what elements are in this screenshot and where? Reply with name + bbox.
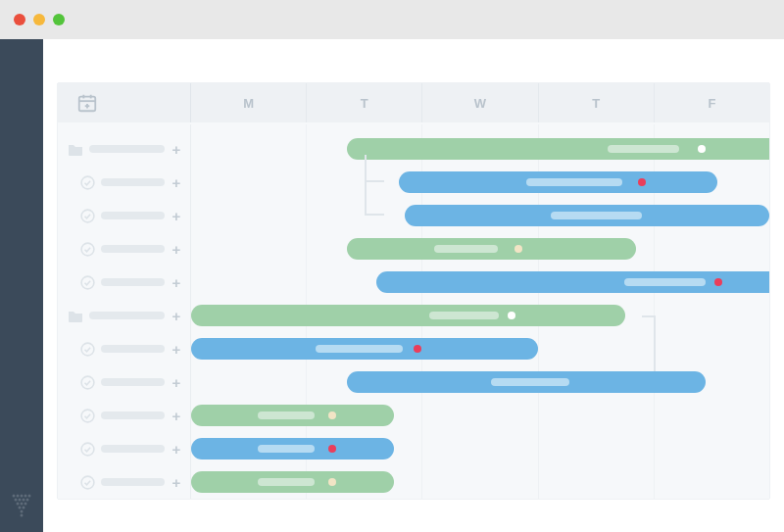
check-circle-icon xyxy=(79,174,95,190)
gantt-bar[interactable] xyxy=(191,338,538,360)
gantt-day-header: MTWTF xyxy=(191,83,769,122)
task-row[interactable]: + xyxy=(58,266,190,299)
task-row[interactable]: + xyxy=(58,332,190,365)
task-row[interactable]: + xyxy=(58,166,190,199)
gantt-bar-marker xyxy=(328,411,336,419)
gantt-bar-marker xyxy=(328,445,336,453)
task-name-placeholder xyxy=(101,178,165,186)
window-zoom-dot[interactable] xyxy=(53,14,65,25)
window-minimize-dot[interactable] xyxy=(33,14,45,25)
add-task-icon[interactable]: + xyxy=(171,474,182,491)
gantt-bar[interactable] xyxy=(399,171,717,193)
check-circle-icon xyxy=(79,441,95,457)
task-row[interactable]: + xyxy=(58,199,190,232)
task-name-placeholder xyxy=(89,312,165,319)
gantt-row xyxy=(191,399,769,432)
dependency-line xyxy=(365,155,384,216)
folder-icon xyxy=(68,141,83,157)
task-name-placeholder xyxy=(101,445,165,453)
day-column: T xyxy=(307,83,422,122)
gantt-bar-marker xyxy=(638,178,646,186)
svg-point-1 xyxy=(17,495,20,498)
task-list: +++++++++++ xyxy=(58,124,191,499)
svg-point-10 xyxy=(21,503,24,506)
day-column: F xyxy=(655,83,769,122)
svg-point-5 xyxy=(15,499,18,502)
task-name-placeholder xyxy=(101,212,165,219)
gantt-bar-progress xyxy=(526,178,621,186)
day-column: W xyxy=(422,83,538,122)
gantt-row xyxy=(191,432,769,465)
gantt-bar[interactable] xyxy=(191,405,394,426)
gantt-row xyxy=(191,232,769,266)
task-row[interactable]: + xyxy=(58,365,190,399)
check-circle-icon xyxy=(79,241,95,257)
add-task-icon[interactable]: + xyxy=(171,274,182,291)
content-pane: MTWTF +++++++++++ xyxy=(43,82,784,532)
day-column: M xyxy=(191,83,307,122)
check-circle-icon xyxy=(79,374,95,390)
gantt-bar[interactable] xyxy=(191,305,625,326)
task-row[interactable]: + xyxy=(58,432,190,465)
add-task-icon[interactable]: + xyxy=(171,208,182,224)
gantt-row xyxy=(191,332,769,365)
task-row[interactable]: + xyxy=(58,465,190,499)
filter-icon[interactable] xyxy=(9,493,34,518)
window-close-dot[interactable] xyxy=(14,14,25,25)
gantt-bar[interactable] xyxy=(347,238,636,260)
gantt-bar-progress xyxy=(608,145,679,153)
gantt-row xyxy=(191,299,769,332)
svg-point-6 xyxy=(19,499,22,502)
day-column: T xyxy=(539,83,655,122)
gantt-bar-marker xyxy=(508,312,515,319)
check-circle-icon xyxy=(79,208,95,223)
gantt-chart[interactable] xyxy=(191,124,769,499)
gantt-bar-marker xyxy=(714,278,722,286)
calendar-add-icon[interactable] xyxy=(58,92,117,114)
add-task-icon[interactable]: + xyxy=(171,141,182,158)
add-task-icon[interactable]: + xyxy=(171,241,182,258)
gantt-bar[interactable] xyxy=(347,138,769,160)
gantt-bar-marker xyxy=(414,345,421,353)
svg-point-0 xyxy=(13,495,16,498)
svg-point-13 xyxy=(23,507,25,509)
task-row[interactable]: + xyxy=(58,232,190,266)
gantt-bar[interactable] xyxy=(191,471,394,493)
task-row[interactable]: + xyxy=(58,399,190,432)
add-task-icon[interactable]: + xyxy=(171,308,182,324)
task-group-row[interactable]: + xyxy=(58,132,190,166)
add-task-icon[interactable]: + xyxy=(171,341,182,358)
gantt-row xyxy=(191,266,769,299)
gantt-header-left xyxy=(58,83,191,122)
check-circle-icon xyxy=(79,408,95,423)
gantt-bar[interactable] xyxy=(191,438,394,459)
browser-window: MTWTF +++++++++++ xyxy=(0,0,784,532)
svg-point-2 xyxy=(21,495,24,498)
svg-point-7 xyxy=(23,499,25,502)
gantt-body: +++++++++++ xyxy=(58,124,769,499)
gantt-bar-progress xyxy=(316,345,403,353)
main-area: MTWTF +++++++++++ xyxy=(43,39,784,532)
gantt-bar[interactable] xyxy=(405,205,769,226)
gantt-row xyxy=(191,199,769,232)
task-name-placeholder xyxy=(101,378,165,386)
add-task-icon[interactable]: + xyxy=(171,174,182,191)
svg-point-12 xyxy=(19,507,22,509)
add-task-icon[interactable]: + xyxy=(171,408,182,424)
svg-point-15 xyxy=(21,514,24,517)
gantt-header: MTWTF xyxy=(58,83,769,124)
task-group-row[interactable]: + xyxy=(58,299,190,332)
task-name-placeholder xyxy=(101,278,165,286)
gantt-panel: MTWTF +++++++++++ xyxy=(57,82,770,500)
add-task-icon[interactable]: + xyxy=(171,374,182,391)
gantt-bar-progress xyxy=(258,411,315,419)
gantt-row xyxy=(191,465,769,499)
task-name-placeholder xyxy=(101,478,165,486)
gantt-bar-progress xyxy=(551,212,642,219)
gantt-bar[interactable] xyxy=(347,371,706,393)
svg-point-8 xyxy=(26,499,29,502)
add-task-icon[interactable]: + xyxy=(171,441,182,458)
gantt-bar[interactable] xyxy=(376,271,769,293)
task-name-placeholder xyxy=(89,145,165,153)
gantt-bar-progress xyxy=(434,245,498,253)
